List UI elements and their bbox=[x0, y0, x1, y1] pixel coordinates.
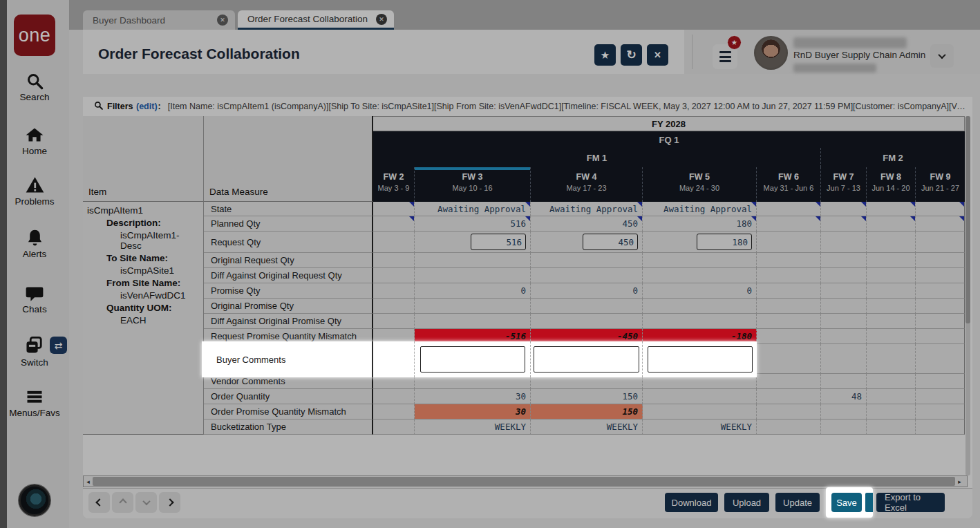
buyer-comment-input[interactable] bbox=[648, 346, 753, 373]
adjacent-button-edge bbox=[865, 493, 873, 512]
buyer-comments-highlight: Buyer Comments bbox=[202, 341, 757, 377]
save-button[interactable]: Save bbox=[831, 493, 862, 512]
app-window: one Search Home Problems Alerts Chats bbox=[0, 0, 980, 528]
tour-dim-overlay bbox=[0, 0, 980, 528]
grid-cell bbox=[531, 341, 643, 377]
save-highlight: Save bbox=[826, 487, 873, 518]
grid-cell bbox=[373, 341, 415, 377]
buyer-comment-input[interactable] bbox=[534, 346, 639, 373]
grid-cell bbox=[643, 341, 757, 377]
buyer-comment-input[interactable] bbox=[420, 346, 525, 373]
buyer-comments-label: Buyer Comments bbox=[202, 341, 373, 377]
grid-cell bbox=[415, 341, 531, 377]
